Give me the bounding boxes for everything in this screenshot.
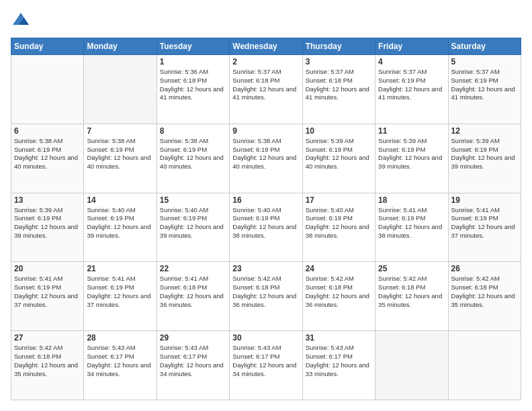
day-info: Sunrise: 5:41 AM Sunset: 6:19 PM Dayligh… [378, 206, 445, 240]
day-cell: 16Sunrise: 5:40 AM Sunset: 6:19 PM Dayli… [230, 193, 302, 262]
day-number: 31 [306, 333, 372, 342]
week-row-2: 6Sunrise: 5:38 AM Sunset: 6:19 PM Daylig… [11, 124, 521, 193]
day-number: 13 [14, 195, 81, 205]
day-cell: 21Sunrise: 5:41 AM Sunset: 6:19 PM Dayli… [84, 262, 157, 331]
day-info: Sunrise: 5:40 AM Sunset: 6:19 PM Dayligh… [87, 206, 153, 240]
day-number: 28 [87, 333, 153, 342]
day-cell: 4Sunrise: 5:37 AM Sunset: 6:19 PM Daylig… [375, 55, 448, 124]
day-info: Sunrise: 5:36 AM Sunset: 6:18 PM Dayligh… [160, 68, 226, 102]
day-cell: 27Sunrise: 5:42 AM Sunset: 6:18 PM Dayli… [11, 331, 84, 400]
day-info: Sunrise: 5:40 AM Sunset: 6:19 PM Dayligh… [306, 206, 372, 240]
week-row-4: 20Sunrise: 5:41 AM Sunset: 6:19 PM Dayli… [11, 262, 521, 331]
day-cell [11, 55, 84, 124]
weekday-header-sunday: Sunday [11, 38, 84, 55]
logo-icon [11, 11, 31, 31]
day-number: 12 [451, 126, 518, 136]
day-cell [375, 331, 448, 400]
day-number: 1 [160, 57, 226, 66]
calendar-table: SundayMondayTuesdayWednesdayThursdayFrid… [11, 38, 521, 400]
day-cell: 13Sunrise: 5:39 AM Sunset: 6:19 PM Dayli… [11, 193, 84, 262]
day-info: Sunrise: 5:42 AM Sunset: 6:18 PM Dayligh… [14, 344, 81, 378]
day-cell: 24Sunrise: 5:42 AM Sunset: 6:18 PM Dayli… [302, 262, 375, 331]
day-info: Sunrise: 5:39 AM Sunset: 6:19 PM Dayligh… [378, 137, 445, 171]
day-info: Sunrise: 5:41 AM Sunset: 6:19 PM Dayligh… [87, 275, 153, 309]
day-number: 14 [87, 195, 153, 205]
day-cell: 30Sunrise: 5:43 AM Sunset: 6:17 PM Dayli… [230, 331, 302, 400]
day-number: 5 [451, 57, 518, 66]
day-info: Sunrise: 5:37 AM Sunset: 6:19 PM Dayligh… [378, 68, 445, 102]
day-cell: 15Sunrise: 5:40 AM Sunset: 6:19 PM Dayli… [157, 193, 229, 262]
day-number: 3 [306, 57, 372, 66]
day-cell [448, 331, 521, 400]
day-number: 6 [14, 126, 81, 136]
day-info: Sunrise: 5:42 AM Sunset: 6:18 PM Dayligh… [451, 275, 518, 309]
day-info: Sunrise: 5:37 AM Sunset: 6:18 PM Dayligh… [232, 68, 299, 102]
weekday-header-row: SundayMondayTuesdayWednesdayThursdayFrid… [11, 38, 521, 55]
day-cell: 22Sunrise: 5:41 AM Sunset: 6:18 PM Dayli… [157, 262, 229, 331]
day-number: 11 [378, 126, 445, 136]
day-info: Sunrise: 5:39 AM Sunset: 6:19 PM Dayligh… [306, 137, 372, 171]
day-info: Sunrise: 5:42 AM Sunset: 6:18 PM Dayligh… [306, 275, 372, 309]
weekday-header-monday: Monday [84, 38, 157, 55]
day-number: 29 [160, 333, 226, 342]
day-cell: 18Sunrise: 5:41 AM Sunset: 6:19 PM Dayli… [375, 193, 448, 262]
day-cell [84, 55, 157, 124]
header [11, 11, 521, 31]
day-cell: 6Sunrise: 5:38 AM Sunset: 6:19 PM Daylig… [11, 124, 84, 193]
day-cell: 10Sunrise: 5:39 AM Sunset: 6:19 PM Dayli… [302, 124, 375, 193]
day-cell: 7Sunrise: 5:38 AM Sunset: 6:19 PM Daylig… [84, 124, 157, 193]
weekday-header-wednesday: Wednesday [230, 38, 302, 55]
weekday-header-tuesday: Tuesday [157, 38, 229, 55]
day-cell: 28Sunrise: 5:43 AM Sunset: 6:17 PM Dayli… [84, 331, 157, 400]
day-info: Sunrise: 5:38 AM Sunset: 6:19 PM Dayligh… [87, 137, 153, 171]
week-row-1: 1Sunrise: 5:36 AM Sunset: 6:18 PM Daylig… [11, 55, 521, 124]
day-info: Sunrise: 5:38 AM Sunset: 6:19 PM Dayligh… [160, 137, 226, 171]
day-info: Sunrise: 5:43 AM Sunset: 6:17 PM Dayligh… [160, 344, 226, 378]
day-number: 2 [232, 57, 299, 66]
day-number: 15 [160, 195, 226, 205]
day-cell: 9Sunrise: 5:38 AM Sunset: 6:19 PM Daylig… [230, 124, 302, 193]
day-number: 4 [378, 57, 445, 66]
day-info: Sunrise: 5:41 AM Sunset: 6:19 PM Dayligh… [14, 275, 81, 309]
day-number: 30 [232, 333, 299, 342]
day-number: 26 [451, 264, 518, 273]
day-number: 23 [232, 264, 299, 273]
day-number: 17 [306, 195, 372, 205]
day-info: Sunrise: 5:41 AM Sunset: 6:19 PM Dayligh… [451, 206, 518, 240]
day-number: 9 [232, 126, 299, 136]
day-cell: 12Sunrise: 5:39 AM Sunset: 6:19 PM Dayli… [448, 124, 521, 193]
day-number: 18 [378, 195, 445, 205]
day-cell: 26Sunrise: 5:42 AM Sunset: 6:18 PM Dayli… [448, 262, 521, 331]
day-cell: 1Sunrise: 5:36 AM Sunset: 6:18 PM Daylig… [157, 55, 229, 124]
day-info: Sunrise: 5:38 AM Sunset: 6:19 PM Dayligh… [14, 137, 81, 171]
day-info: Sunrise: 5:39 AM Sunset: 6:19 PM Dayligh… [451, 137, 518, 171]
day-info: Sunrise: 5:42 AM Sunset: 6:18 PM Dayligh… [378, 275, 445, 309]
day-cell: 29Sunrise: 5:43 AM Sunset: 6:17 PM Dayli… [157, 331, 229, 400]
day-cell: 8Sunrise: 5:38 AM Sunset: 6:19 PM Daylig… [157, 124, 229, 193]
day-info: Sunrise: 5:40 AM Sunset: 6:19 PM Dayligh… [160, 206, 226, 240]
day-number: 16 [232, 195, 299, 205]
day-cell: 23Sunrise: 5:42 AM Sunset: 6:18 PM Dayli… [230, 262, 302, 331]
day-cell: 14Sunrise: 5:40 AM Sunset: 6:19 PM Dayli… [84, 193, 157, 262]
weekday-header-thursday: Thursday [302, 38, 375, 55]
week-row-3: 13Sunrise: 5:39 AM Sunset: 6:19 PM Dayli… [11, 193, 521, 262]
day-number: 27 [14, 333, 81, 342]
day-number: 24 [306, 264, 372, 273]
day-cell: 2Sunrise: 5:37 AM Sunset: 6:18 PM Daylig… [230, 55, 302, 124]
week-row-5: 27Sunrise: 5:42 AM Sunset: 6:18 PM Dayli… [11, 331, 521, 400]
day-info: Sunrise: 5:39 AM Sunset: 6:19 PM Dayligh… [14, 206, 81, 240]
day-info: Sunrise: 5:43 AM Sunset: 6:17 PM Dayligh… [232, 344, 299, 378]
day-number: 19 [451, 195, 518, 205]
weekday-header-saturday: Saturday [448, 38, 521, 55]
day-number: 25 [378, 264, 445, 273]
weekday-header-friday: Friday [375, 38, 448, 55]
day-info: Sunrise: 5:40 AM Sunset: 6:19 PM Dayligh… [232, 206, 299, 240]
day-info: Sunrise: 5:43 AM Sunset: 6:17 PM Dayligh… [87, 344, 153, 378]
day-cell: 31Sunrise: 5:43 AM Sunset: 6:17 PM Dayli… [302, 331, 375, 400]
day-number: 8 [160, 126, 226, 136]
day-info: Sunrise: 5:37 AM Sunset: 6:19 PM Dayligh… [451, 68, 518, 102]
day-number: 10 [306, 126, 372, 136]
day-info: Sunrise: 5:41 AM Sunset: 6:18 PM Dayligh… [160, 275, 226, 309]
day-cell: 5Sunrise: 5:37 AM Sunset: 6:19 PM Daylig… [448, 55, 521, 124]
day-info: Sunrise: 5:38 AM Sunset: 6:19 PM Dayligh… [232, 137, 299, 171]
